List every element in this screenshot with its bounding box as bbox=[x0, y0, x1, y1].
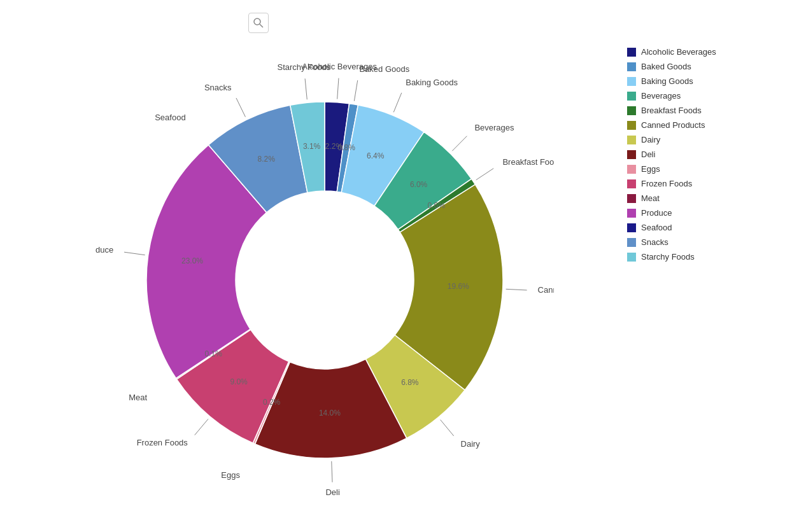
search-icon bbox=[248, 13, 269, 33]
legend-item: Deli bbox=[627, 150, 780, 159]
title-area bbox=[248, 13, 274, 33]
legend-item: Produce bbox=[627, 208, 780, 218]
legend-label: Seafood bbox=[641, 223, 672, 232]
legend-label: Deli bbox=[641, 150, 655, 159]
segment-label: Beverages bbox=[474, 123, 514, 132]
segment-label: Frozen Foods bbox=[137, 438, 188, 447]
legend-item: Meat bbox=[627, 193, 780, 203]
segment-pct-label: 6.0% bbox=[410, 180, 428, 189]
legend-label: Breakfast Foods bbox=[641, 106, 702, 115]
legend-label: Eggs bbox=[641, 164, 660, 174]
segment-pct-label: 0.6% bbox=[427, 201, 445, 210]
legend-item: Baking Goods bbox=[627, 76, 780, 86]
label-line bbox=[393, 93, 402, 113]
legend-item: Dairy bbox=[627, 135, 780, 144]
segment-label: Deli bbox=[325, 487, 340, 497]
legend-item: Alcoholic Beverages bbox=[627, 47, 780, 57]
legend-item: Seafood bbox=[627, 223, 780, 232]
legend-label: Produce bbox=[641, 208, 672, 218]
legend-item: Eggs bbox=[627, 164, 780, 174]
chart-container: Alcoholic Beverages Baked Goods Baking G… bbox=[0, 0, 799, 532]
label-line bbox=[195, 419, 208, 435]
legend-label: Baking Goods bbox=[641, 76, 693, 86]
label-line bbox=[476, 169, 494, 180]
legend-label: Alcoholic Beverages bbox=[641, 47, 716, 57]
legend-item: Beverages bbox=[627, 91, 780, 101]
segment-label: Snacks bbox=[204, 83, 232, 92]
legend-item: Starchy Foods bbox=[627, 252, 780, 262]
label-line bbox=[124, 252, 145, 255]
legend-label: Frozen Foods bbox=[641, 179, 692, 188]
segment-pct-label: 23.0% bbox=[181, 256, 203, 265]
segment-pct-label: 9.0% bbox=[230, 377, 248, 386]
label-line bbox=[337, 78, 339, 99]
label-line bbox=[441, 420, 454, 436]
segment-pct-label: 8.2% bbox=[258, 155, 276, 164]
legend-item: Canned Products bbox=[627, 120, 780, 130]
segment-pct-label: 0.2% bbox=[263, 398, 281, 407]
segment-label: Starchy Foods bbox=[278, 62, 331, 72]
legend-label: Starchy Foods bbox=[641, 252, 695, 262]
segment-label: Baking Goods bbox=[406, 78, 458, 87]
legend-label: Canned Products bbox=[641, 120, 705, 130]
donut-chart: 2.2%Alcoholic Beverages0.8%Baked Goods6.… bbox=[95, 51, 554, 509]
label-line bbox=[305, 79, 307, 100]
segment-pct-label: 14.0% bbox=[319, 409, 341, 417]
segment-label: Canned Products bbox=[538, 285, 554, 295]
svg-line-1 bbox=[260, 24, 263, 27]
segment-pct-label: 6.4% bbox=[367, 151, 385, 160]
segment-pct-label: 3.1% bbox=[303, 142, 321, 151]
legend-item: Breakfast Foods bbox=[627, 106, 780, 115]
segment-label: Produce bbox=[95, 245, 113, 255]
legend-item: Snacks bbox=[627, 237, 780, 247]
legend: Alcoholic Beverages Baked Goods Baking G… bbox=[627, 38, 780, 267]
segment-pct-label: 6.8% bbox=[401, 378, 419, 387]
legend-label: Snacks bbox=[641, 237, 668, 247]
segment-label: Seafood bbox=[155, 113, 185, 122]
legend-items: Alcoholic Beverages Baked Goods Baking G… bbox=[627, 47, 780, 262]
legend-item: Baked Goods bbox=[627, 62, 780, 71]
svg-point-0 bbox=[254, 18, 260, 25]
chart-area: 2.2%Alcoholic Beverages0.8%Baked Goods6.… bbox=[19, 38, 630, 522]
segment-pct-label: 0.1% bbox=[205, 349, 223, 358]
segment-pct-label: 0.8% bbox=[337, 143, 355, 152]
segment-label: Breakfast Foods bbox=[502, 157, 554, 167]
legend-item: Frozen Foods bbox=[627, 179, 780, 188]
label-line bbox=[452, 136, 467, 151]
segment-label: Eggs bbox=[221, 470, 240, 480]
segment-label: Dairy bbox=[461, 439, 481, 449]
legend-label: Beverages bbox=[641, 91, 681, 101]
segment-pct-label: 19.6% bbox=[448, 282, 469, 291]
segment-label: Baked Goods bbox=[359, 64, 409, 74]
segment-label: Meat bbox=[129, 393, 147, 402]
label-line bbox=[506, 289, 527, 290]
label-line bbox=[332, 461, 332, 482]
label-line bbox=[236, 98, 245, 117]
label-line bbox=[354, 80, 357, 101]
legend-label: Meat bbox=[641, 193, 660, 203]
legend-label: Dairy bbox=[641, 135, 660, 144]
legend-label: Baked Goods bbox=[641, 62, 691, 71]
